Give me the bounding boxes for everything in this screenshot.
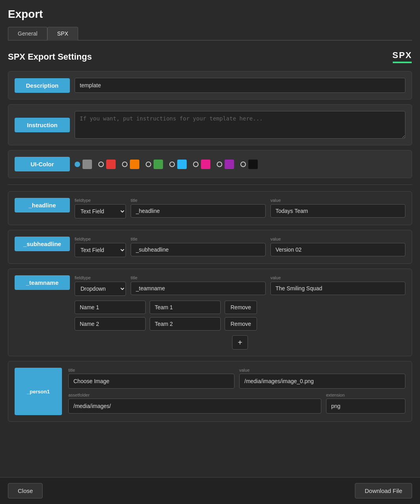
headline-title-section: title [131,198,266,218]
download-button[interactable]: Download File [355,483,412,498]
color-options [75,160,258,169]
person1-value-wrap: value [239,368,405,389]
color-radio-pink [193,162,199,167]
person1-title-input[interactable] [68,374,234,389]
subheadline-value-section: value [270,237,405,256]
headline-fieldtype-select[interactable]: Text Field Dropdown Image [75,204,126,218]
person1-extension-input[interactable] [326,399,405,414]
teamname-value-input[interactable] [270,282,405,295]
person1-extension-wrap: extension [326,393,405,414]
color-option-pink[interactable] [193,160,210,169]
teamname-title-section: title [131,275,266,295]
remove-btn-2[interactable]: Remove [225,317,257,331]
ui-color-row: UI-Color [15,157,405,171]
person1-image-row: _person1 title value [15,368,405,415]
teamname-value-label: value [270,275,405,280]
teamname-fieldtype-label: fieldtype [75,275,126,280]
color-option-green[interactable] [146,160,163,169]
teamname-fieldtype-section: fieldtype Text Field Dropdown Image [75,275,126,296]
remove-btn-1[interactable]: Remove [225,301,257,314]
instruction-textarea[interactable] [75,111,405,139]
person1-extension-label: extension [326,393,405,397]
color-swatch-black [248,160,258,169]
spx-logo-bar [393,62,412,63]
person1-title-wrap: title [68,368,234,389]
person1-fields: title value assetfolder [68,368,405,414]
subheadline-fieldtype-select[interactable]: Text Field Dropdown Image [75,243,126,257]
description-card: Description [8,71,412,100]
person1-assetfolder-label: assetfolder [68,393,321,397]
headline-fieldtype-label: fieldtype [75,198,126,203]
subheadline-value-input[interactable] [270,243,405,256]
description-row: Description [15,78,405,93]
subheadline-meta-row: _subheadline fieldtype Text Field Dropdo… [15,237,405,257]
spx-logo-text: SPX [392,50,412,60]
teamname-title-input[interactable] [131,282,266,295]
teamname-fieldtype-select[interactable]: Text Field Dropdown Image [75,282,126,296]
person1-preview-label: _person1 [27,389,50,395]
color-swatch-blue [177,160,187,169]
add-dropdown-item-btn[interactable]: + [232,335,248,350]
divider-1 [8,184,412,185]
description-label-btn[interactable]: Description [15,78,70,93]
instruction-row: Instruction [15,111,405,139]
color-swatch-green [154,160,163,169]
color-radio-orange [122,162,128,167]
tab-spx[interactable]: SPX [47,27,78,41]
headline-label-btn[interactable]: _headline [15,198,70,213]
dropdown-name-2[interactable] [75,317,146,331]
instruction-label-btn[interactable]: Instruction [15,118,70,132]
color-option-blue[interactable] [169,160,187,169]
person1-bottom-row: assetfolder extension [68,393,405,414]
add-btn-row: + [75,334,405,350]
color-swatch-red [106,160,116,169]
person1-value-input[interactable] [239,374,405,389]
subheadline-field-group: _subheadline fieldtype Text Field Dropdo… [8,230,412,264]
spx-logo: SPX [392,50,412,63]
teamname-meta-row: _teamname fieldtype Text Field Dropdown … [15,275,405,296]
subheadline-label-btn[interactable]: _subheadline [15,237,70,251]
color-swatch-pink [201,160,210,169]
dropdown-value-2[interactable] [150,317,221,331]
person1-assetfolder-input[interactable] [68,399,321,414]
teamname-label-btn[interactable]: _teamname [15,275,70,290]
color-option-red[interactable] [98,160,116,169]
headline-value-input[interactable] [270,204,405,218]
color-swatch-orange [130,160,139,169]
close-button[interactable]: Close [8,483,43,498]
person1-value-label: value [239,368,405,372]
subheadline-fieldtype-label: fieldtype [75,237,126,241]
color-option-orange[interactable] [122,160,139,169]
teamname-value-section: value [270,275,405,295]
ui-color-label-btn[interactable]: UI-Color [15,157,70,171]
color-radio-gray [75,162,80,167]
teamname-dropdown-rows: Remove Remove [75,301,405,331]
color-option-purple[interactable] [217,160,234,169]
dropdown-row-1: Remove [75,301,405,314]
page-title: Export [8,8,412,21]
person1-title-label: title [68,368,234,372]
color-option-gray[interactable] [75,160,92,169]
subheadline-title-section: title [131,237,266,256]
headline-field-group: _headline fieldtype Text Field Dropdown … [8,191,412,225]
person1-image-preview: _person1 [15,368,62,415]
tab-bar: General SPX [8,27,412,41]
headline-meta-row: _headline fieldtype Text Field Dropdown … [15,198,405,218]
person1-top-row: title value [68,368,405,389]
description-input[interactable] [75,78,405,93]
section-header: SPX Export Settings SPX [8,50,412,63]
person1-assetfolder-wrap: assetfolder [68,393,321,414]
subheadline-title-label: title [131,237,266,241]
teamname-field-group: _teamname fieldtype Text Field Dropdown … [8,269,412,356]
headline-title-label: title [131,198,266,203]
headline-title-input[interactable] [131,204,266,218]
dropdown-name-1[interactable] [75,301,146,314]
dropdown-value-1[interactable] [150,301,221,314]
color-option-black[interactable] [240,160,258,169]
subheadline-title-input[interactable] [131,243,266,256]
subheadline-value-label: value [270,237,405,241]
color-radio-blue [169,162,175,167]
section-title: SPX Export Settings [8,52,92,62]
tab-general[interactable]: General [8,27,47,40]
color-swatch-gray [82,160,92,169]
